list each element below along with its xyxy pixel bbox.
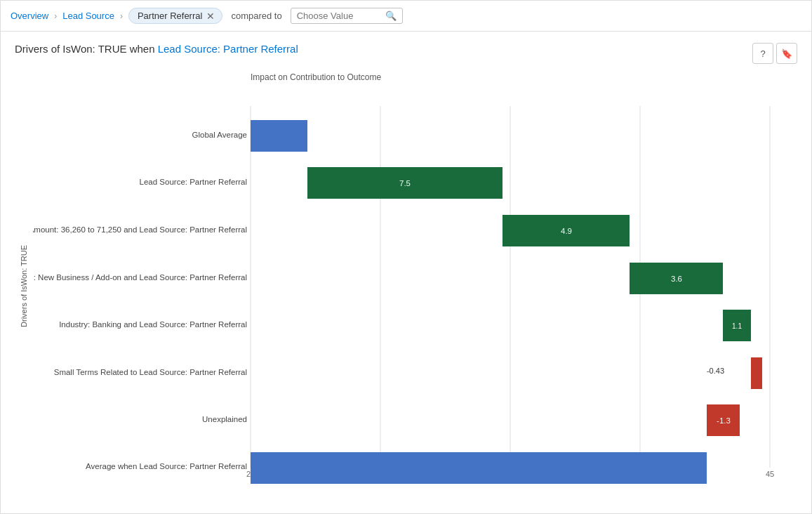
search-icon: 🔍 <box>385 11 397 21</box>
chart-title-highlight: Lead Source: Partner Referral <box>158 43 298 55</box>
bar-label-amount: 4.9 <box>561 227 572 235</box>
breadcrumb-bar: Overview › Lead Source › Partner Referra… <box>1 1 811 32</box>
choose-value-input[interactable] <box>297 11 381 21</box>
label-industry: Industry: Banking and Lead Source: Partn… <box>59 320 247 329</box>
breadcrumb-filter-pill[interactable]: Partner Referral ✕ <box>128 8 222 24</box>
chart-area: Drivers of IsWon: TRUE Impact on Contrib… <box>15 72 797 499</box>
label-amount: Amount: 36,260 to 71,250 and Lead Source… <box>33 225 247 234</box>
choose-value-input-wrap[interactable]: 🔍 <box>291 8 403 24</box>
label-avg-when: Average when Lead Source: Partner Referr… <box>86 462 247 470</box>
label-small-terms: Small Terms Related to Lead Source: Part… <box>54 368 247 376</box>
close-filter-icon[interactable]: ✕ <box>206 11 215 21</box>
bar-label-lead-source: 7.5 <box>399 179 411 187</box>
compared-to-label: compared to <box>231 11 281 21</box>
bar-avg-when <box>251 452 707 484</box>
breadcrumb-sep-1: › <box>54 11 57 21</box>
filter-value-label: Partner Referral <box>138 11 202 21</box>
label-global-avg: Global Average <box>192 131 247 139</box>
x-axis-title: Impact on Contribution to Outcome <box>251 72 797 82</box>
bar-global-avg <box>251 120 307 152</box>
label-lead-source: Lead Source: Partner Referral <box>140 178 247 186</box>
x-tick-45: 45 <box>766 470 774 478</box>
chart-header: Drivers of IsWon: TRUE when Lead Source:… <box>15 43 797 64</box>
bar-label-industry: 1.1 <box>732 322 742 330</box>
y-axis-label: Drivers of IsWon: TRUE <box>20 245 28 327</box>
breadcrumb-sep-2: › <box>120 11 123 21</box>
bar-label-unexplained: -1.3 <box>717 416 731 425</box>
bar-small-terms <box>751 357 762 389</box>
bookmark-button[interactable]: 🔖 <box>776 43 797 64</box>
help-button[interactable]: ? <box>752 43 773 64</box>
label-opp-type: Opportunity Type: New Business / Add-on … <box>33 273 247 282</box>
chart-svg: 25 30 35 40 45 Global Average Lead <box>33 85 791 499</box>
breadcrumb-lead-source[interactable]: Lead Source <box>62 11 114 21</box>
header-buttons: ? 🔖 <box>752 43 797 64</box>
main-container: Overview › Lead Source › Partner Referra… <box>0 0 812 514</box>
bar-label-opp-type: 3.6 <box>671 275 682 283</box>
breadcrumb-overview[interactable]: Overview <box>11 11 48 21</box>
chart-title-prefix: Drivers of IsWon: TRUE when <box>15 43 158 55</box>
main-content: Drivers of IsWon: TRUE when Lead Source:… <box>1 32 811 510</box>
bar-label-small-terms: -0.43 <box>707 367 724 375</box>
label-unexplained: Unexplained <box>202 415 247 423</box>
chart-title: Drivers of IsWon: TRUE when Lead Source:… <box>15 43 298 55</box>
